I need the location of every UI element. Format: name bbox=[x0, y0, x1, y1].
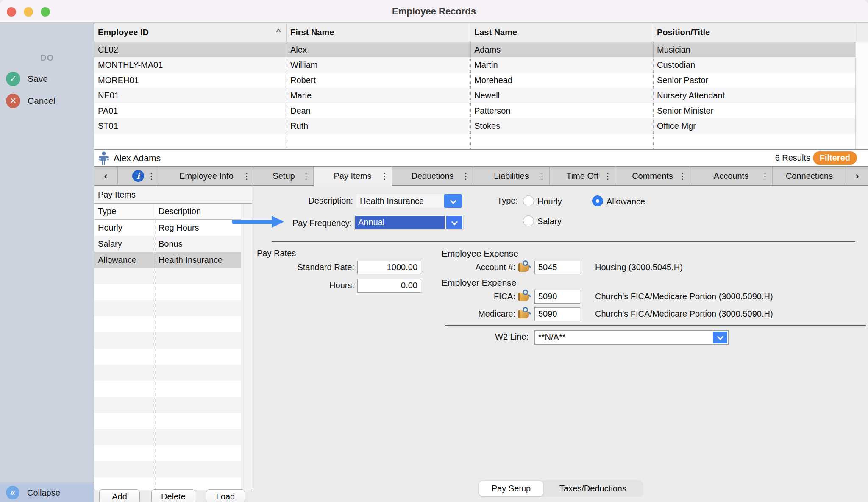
tab-menu-icon[interactable] bbox=[302, 167, 310, 185]
radio-salary[interactable] bbox=[523, 215, 534, 226]
bottom-view-switcher: Pay Setup Taxes/Deductions bbox=[478, 480, 643, 497]
table-row[interactable]: CL02 Alex Adams Musician bbox=[94, 42, 855, 57]
dropdown-button[interactable] bbox=[444, 194, 462, 208]
cell-last-name: Patterson bbox=[470, 103, 653, 118]
sidebar-header: DO bbox=[0, 53, 94, 63]
tab-label: Deductions bbox=[411, 171, 453, 181]
account-number-input[interactable]: 5045 bbox=[534, 261, 580, 274]
column-header-label: Last Name bbox=[474, 28, 517, 37]
tab-menu-icon[interactable] bbox=[380, 167, 389, 185]
pay-rates-section-label: Pay Rates bbox=[257, 248, 296, 258]
description-dropdown[interactable]: Health Insurance bbox=[356, 194, 462, 208]
table-row[interactable]: PA01 Dean Patterson Senior Minister bbox=[94, 103, 855, 118]
tab-menu-icon[interactable] bbox=[761, 167, 769, 185]
tab-comments[interactable]: Comments bbox=[615, 167, 690, 185]
window-title: Employee Records bbox=[0, 0, 868, 23]
description-value: Health Insurance bbox=[360, 194, 424, 208]
table-row[interactable]: MONTHLY-MA01 William Martin Custodian bbox=[94, 57, 855, 73]
tab-menu-icon[interactable] bbox=[604, 167, 612, 185]
cell-employee-id: MOREH01 bbox=[94, 73, 287, 88]
cell-first-name: William bbox=[287, 57, 470, 73]
tab-employee-info[interactable]: Employee Info bbox=[159, 167, 254, 185]
table-row[interactable]: MOREH01 Robert Morehead Senior Pastor bbox=[94, 73, 855, 88]
cell-position-title: Custodian bbox=[653, 57, 855, 73]
column-divider bbox=[470, 42, 471, 149]
dropdown-button[interactable] bbox=[713, 332, 727, 343]
column-header-description: Description bbox=[159, 204, 201, 219]
collapse-button[interactable]: Collapse bbox=[0, 482, 94, 502]
delete-pay-item-button[interactable]: Delete bbox=[151, 489, 195, 502]
radio-allowance-label[interactable]: Allowance bbox=[606, 197, 645, 206]
tab-label: Connections bbox=[786, 171, 833, 181]
column-header-employee-id[interactable]: Employee ID ^ bbox=[94, 23, 287, 42]
tab-setup[interactable]: Setup bbox=[254, 167, 314, 185]
dropdown-button[interactable] bbox=[445, 216, 462, 229]
tab-deductions[interactable]: Deductions bbox=[392, 167, 473, 185]
tab-liabilities[interactable]: Liabilities bbox=[473, 167, 550, 185]
tab-info[interactable] bbox=[118, 167, 159, 185]
cell-type: Hourly bbox=[98, 220, 122, 236]
fica-account-input[interactable]: 5090 bbox=[534, 290, 580, 304]
tab-accounts[interactable]: Accounts bbox=[690, 167, 773, 185]
cell-first-name: Dean bbox=[287, 103, 470, 118]
table-scrollbar[interactable] bbox=[855, 42, 868, 149]
cancel-button[interactable]: Cancel bbox=[0, 92, 94, 109]
radio-salary-label[interactable]: Salary bbox=[537, 217, 562, 226]
column-header-label: Position/Title bbox=[657, 28, 710, 37]
segment-taxes-deductions[interactable]: Taxes/Deductions bbox=[543, 481, 643, 496]
fica-label: FICA: bbox=[446, 292, 515, 301]
pay-items-column-headers: Type Description bbox=[94, 204, 241, 220]
tab-time-off[interactable]: Time Off bbox=[550, 167, 615, 185]
cell-type: Allowance bbox=[98, 252, 136, 268]
hours-input[interactable]: 0.00 bbox=[357, 279, 421, 293]
account-lookup-icon[interactable] bbox=[518, 307, 531, 319]
pay-items-scrollbar[interactable] bbox=[241, 204, 252, 490]
column-header-type: Type bbox=[98, 204, 116, 219]
pay-items-panel-title: Pay Items bbox=[94, 186, 252, 204]
pay-item-row[interactable]: Salary Bonus bbox=[94, 236, 241, 252]
add-pay-item-button[interactable]: Add bbox=[99, 489, 140, 502]
tabs-scroll-left-button[interactable] bbox=[94, 167, 118, 185]
column-divider bbox=[156, 220, 156, 490]
medicare-account-description: Church's FICA/Medicare Portion (3000.509… bbox=[595, 309, 773, 319]
radio-hourly[interactable] bbox=[523, 195, 534, 206]
tab-label: Accounts bbox=[714, 171, 748, 181]
table-row[interactable]: NE01 Marie Newell Nursery Attendant bbox=[94, 88, 855, 103]
load-pay-item-button[interactable]: Load bbox=[206, 489, 245, 502]
column-header-position-title[interactable]: Position/Title bbox=[653, 23, 855, 42]
save-button[interactable]: Save bbox=[0, 70, 94, 87]
tab-menu-icon[interactable] bbox=[678, 167, 687, 185]
tab-menu-icon[interactable] bbox=[462, 167, 470, 185]
tab-connections[interactable]: Connections bbox=[773, 167, 846, 185]
column-header-first-name[interactable]: First Name bbox=[287, 23, 470, 42]
tab-menu-icon[interactable] bbox=[147, 167, 156, 185]
cell-employee-id: MONTHLY-MA01 bbox=[94, 57, 287, 73]
tab-pay-items[interactable]: Pay Items bbox=[314, 167, 392, 186]
type-label: Type: bbox=[476, 196, 518, 206]
pay-items-pane: Pay Items Type Description Hourly Reg Ho… bbox=[94, 186, 868, 502]
cell-type: Salary bbox=[98, 236, 122, 252]
tabs-scroll-right-button[interactable] bbox=[846, 167, 868, 185]
pay-item-row[interactable]: Hourly Reg Hours bbox=[94, 220, 241, 236]
medicare-account-input[interactable]: 5090 bbox=[534, 307, 580, 321]
account-lookup-icon[interactable] bbox=[518, 260, 531, 272]
hours-label: Hours: bbox=[259, 281, 354, 290]
standard-rate-input[interactable]: 1000.00 bbox=[357, 261, 421, 274]
radio-hourly-label[interactable]: Hourly bbox=[537, 197, 562, 206]
w2-line-dropdown[interactable]: **N/A** bbox=[534, 330, 729, 345]
chevron-right-icon bbox=[856, 170, 859, 181]
filtered-badge[interactable]: Filtered bbox=[813, 151, 857, 165]
radio-allowance[interactable] bbox=[592, 195, 603, 206]
pay-item-row[interactable]: Allowance Health Insurance bbox=[94, 252, 241, 268]
segment-pay-setup[interactable]: Pay Setup bbox=[479, 481, 543, 496]
column-header-last-name[interactable]: Last Name bbox=[470, 23, 653, 42]
account-lookup-icon[interactable] bbox=[518, 290, 531, 301]
tab-menu-icon[interactable] bbox=[538, 167, 546, 185]
cell-description: Bonus bbox=[159, 236, 183, 252]
cell-position-title: Senior Minister bbox=[653, 103, 855, 118]
results-count: 6 Results bbox=[775, 150, 810, 166]
tab-menu-icon[interactable] bbox=[242, 167, 251, 185]
table-row[interactable]: ST01 Ruth Stokes Office Mgr bbox=[94, 118, 855, 134]
section-divider bbox=[445, 325, 866, 326]
pay-frequency-dropdown[interactable]: Annual bbox=[354, 215, 464, 230]
